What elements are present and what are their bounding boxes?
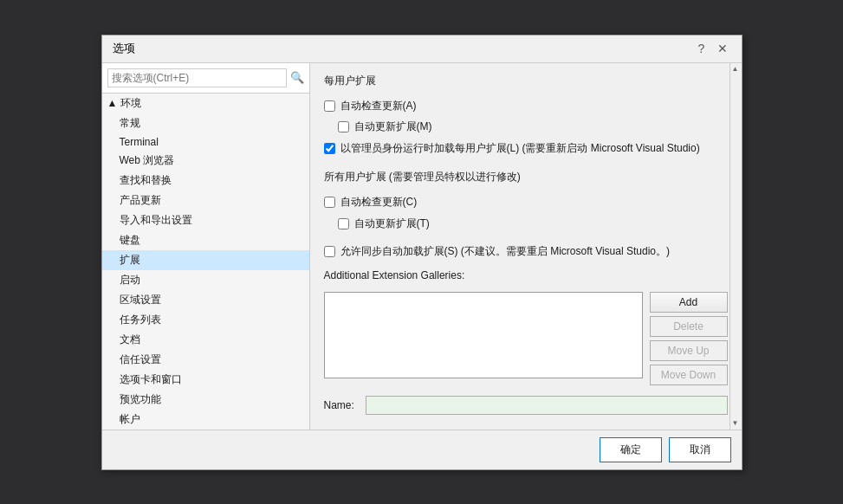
checkbox-all-auto-check-label: 自动检查更新(C) [340,195,418,210]
checkbox-all-auto-check-row: 自动检查更新(C) [324,195,728,210]
tree-item-account[interactable]: 帐户 [102,410,309,430]
checkbox-auto-check-update-row: 自动检查更新(A) [324,99,728,113]
tree-item-extensions[interactable]: 扩展 [102,250,309,270]
options-dialog: 选项 ? ✕ 🔍 ▲ 环境常规TerminalWeb 浏览器查找和替换产品更新导… [101,35,742,470]
cancel-button[interactable]: 取消 [669,437,731,462]
per-user-section-label: 每用户扩展 [324,74,728,88]
checkbox-auto-check-update[interactable] [324,100,335,112]
move-up-button[interactable]: Move Up [650,340,728,361]
left-panel: 🔍 ▲ 环境常规TerminalWeb 浏览器查找和替换产品更新导入和导出设置键… [102,63,310,430]
checkbox-auto-check-update-label: 自动检查更新(A) [340,99,417,113]
dialog-footer: 确定 取消 [102,430,742,469]
close-button[interactable]: ✕ [714,40,731,57]
right-scroll-indicator: ▲ ▼ [730,63,741,430]
checkbox-load-per-user[interactable] [324,143,335,154]
all-users-section-label: 所有用户扩展 (需要管理员特权以进行修改) [324,170,728,184]
tree-item-findreplace[interactable]: 查找和替换 [102,171,309,191]
delete-button[interactable]: Delete [650,316,728,337]
checkbox-load-per-user-row: 以管理员身份运行时加载每用户扩展(L) (需要重新启动 Microsoft Vi… [324,141,728,156]
titlebar-actions: ? ✕ [693,40,731,57]
help-button[interactable]: ? [693,40,710,57]
galleries-area: Add Delete Move Up Move Down ▲ ▼ [324,292,728,385]
search-icon: 🔍 [290,71,304,84]
tree-item-env[interactable]: ▲ 环境 [102,94,309,113]
checkbox-all-auto-check[interactable] [324,197,335,208]
tree-item-webbrowser[interactable]: Web 浏览器 [102,151,309,171]
tree-item-startup[interactable]: 启动 [102,270,309,290]
right-panel: 每用户扩展 自动检查更新(A) 自动更新扩展(M) 以管理员身份运行时加载每用户… [310,63,742,430]
checkbox-all-auto-update-label: 自动更新扩展(T) [354,216,430,231]
dialog-title: 选项 [113,41,135,56]
name-row: Name: [324,396,728,415]
tree-item-optionwindow[interactable]: 选项卡和窗口 [102,370,309,390]
tree-item-docs[interactable]: 文档 [102,330,309,350]
tree-item-importexport[interactable]: 导入和导出设置 [102,210,309,230]
name-input[interactable] [366,396,728,415]
tree-item-productupdate[interactable]: 产品更新 [102,191,309,210]
galleries-list[interactable] [324,292,643,378]
checkbox-auto-update-ext[interactable] [338,121,349,132]
scroll-up-arrow[interactable]: ▲ [730,63,741,75]
checkbox-allow-sync-label: 允许同步自动加载扩展(S) (不建议。需要重启 Microsoft Visual… [340,244,671,259]
dialog-body: 🔍 ▲ 环境常规TerminalWeb 浏览器查找和替换产品更新导入和导出设置键… [102,63,742,430]
checkbox-all-auto-update-row: 自动更新扩展(T) [338,216,728,231]
add-button[interactable]: Add [650,292,728,313]
checkbox-auto-update-ext-row: 自动更新扩展(M) [338,120,728,134]
tree-item-normal[interactable]: 常规 [102,113,309,133]
tree-item-preview[interactable]: 预览功能 [102,390,309,410]
galleries-label: Additional Extension Galleries: [324,269,728,281]
tree-item-tasklist[interactable]: 任务列表 [102,310,309,330]
confirm-button[interactable]: 确定 [600,437,662,462]
dialog-titlebar: 选项 ? ✕ [102,36,742,63]
checkbox-all-auto-update[interactable] [338,218,349,229]
tree-item-terminal[interactable]: Terminal [102,133,309,151]
name-label: Name: [324,399,359,411]
checkbox-allow-sync-row: 允许同步自动加载扩展(S) (不建议。需要重启 Microsoft Visual… [324,244,728,259]
scroll-thumb [730,75,741,417]
move-down-button[interactable]: Move Down [650,365,728,385]
tree-item-trust[interactable]: 信任设置 [102,350,309,370]
tree-item-keyboard[interactable]: 键盘 [102,230,309,250]
tree-container: ▲ 环境常规TerminalWeb 浏览器查找和替换产品更新导入和导出设置键盘扩… [102,94,309,430]
galleries-buttons: Add Delete Move Up Move Down [650,292,728,385]
scroll-down-arrow[interactable]: ▼ [730,417,741,430]
checkbox-load-per-user-label: 以管理员身份运行时加载每用户扩展(L) (需要重新启动 Microsoft Vi… [340,141,700,156]
search-input[interactable] [107,68,287,87]
search-box: 🔍 [102,63,309,94]
checkbox-auto-update-ext-label: 自动更新扩展(M) [354,120,432,134]
tree-item-region[interactable]: 区域设置 [102,290,309,310]
checkbox-allow-sync[interactable] [324,246,335,257]
